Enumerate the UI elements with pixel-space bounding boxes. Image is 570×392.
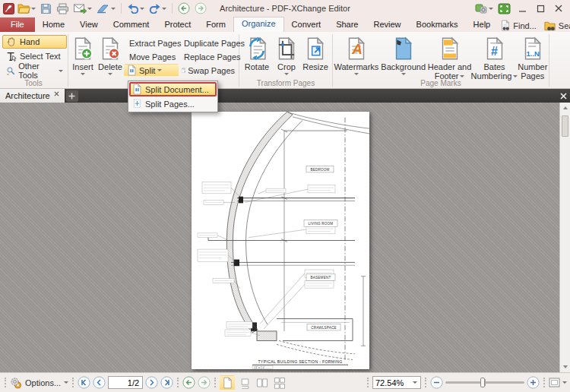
swap-pages-button[interactable]: Swap Pages [179, 64, 238, 77]
ribbon-tab-help[interactable]: Help [466, 17, 499, 32]
pane-close-button[interactable] [556, 89, 570, 103]
redo-icon [149, 3, 161, 14]
zoom-slider[interactable] [445, 381, 524, 384]
transform-pages-group: Rotate Crop Resize Transform Pages [240, 32, 331, 88]
close-icon [554, 4, 563, 13]
split-document-icon [132, 84, 142, 95]
transform-group-label: Transform Pages [240, 79, 331, 87]
fullscreen-button[interactable] [496, 2, 512, 15]
next-page-button[interactable] [145, 376, 158, 389]
room-label-living-room: LIVING ROOM [309, 222, 334, 226]
layout-two-up-button[interactable] [255, 375, 270, 390]
ribbon-tab-file[interactable]: File [0, 17, 35, 32]
move-pages-button[interactable]: Move Pages [124, 50, 179, 63]
page-number-input[interactable] [108, 376, 143, 389]
find-button[interactable]: Find... [498, 19, 539, 32]
ribbon-tab-review[interactable]: Review [366, 17, 408, 32]
header-footer-icon [439, 36, 461, 61]
ribbon-tab-organize[interactable]: Organize [233, 17, 284, 32]
find-icon [500, 20, 511, 31]
crop-button[interactable]: Crop [273, 35, 300, 75]
minimize-button[interactable] [514, 2, 530, 14]
layout-continuous-button[interactable] [237, 375, 252, 390]
zoom-slider-handle[interactable] [480, 378, 485, 387]
scroll-thumb[interactable] [562, 115, 568, 137]
document-area[interactable]: BEDROOM LIVING ROOM BASEMENT CRAWLSPACE … [0, 103, 570, 372]
ribbon: Hand Select Text Other Tools Tools [0, 32, 570, 89]
open-button[interactable] [16, 2, 37, 14]
resize-button[interactable]: Resize [302, 35, 329, 75]
room-label-crawlspace: CRAWLSPACE [311, 326, 337, 330]
tools-icon [6, 65, 15, 77]
rotate-button[interactable]: Rotate [242, 35, 271, 75]
redo-button[interactable] [147, 2, 168, 14]
ui-options-button[interactable] [473, 2, 495, 14]
history-forward-button[interactable] [198, 376, 211, 389]
history-back-button[interactable] [182, 376, 195, 389]
ribbon-tab-comment[interactable]: Comment [106, 17, 157, 32]
options-button[interactable]: Options... [10, 377, 68, 389]
header-footer-button[interactable]: Header and Footer [428, 35, 472, 81]
prev-page-button[interactable] [93, 376, 106, 389]
ribbon-tab-convert[interactable]: Convert [284, 17, 329, 32]
export-button[interactable] [95, 3, 117, 14]
zoom-in-button[interactable] [527, 376, 540, 389]
open-folder-icon [17, 3, 30, 14]
menu-item-split-pages[interactable]: Split Pages... [129, 96, 217, 111]
layout-single-page-button[interactable] [220, 375, 235, 390]
extract-pages-button[interactable]: Extract Pages [124, 36, 179, 49]
zoom-out-button[interactable] [430, 376, 443, 389]
fit-page-button[interactable] [549, 378, 567, 387]
hand-icon [6, 36, 17, 48]
email-button[interactable] [72, 3, 93, 14]
hand-tool-button[interactable]: Hand [2, 35, 67, 49]
tab-close-icon[interactable] [54, 91, 59, 96]
zoom-level-select[interactable] [372, 376, 421, 389]
ribbon-tab-form[interactable]: Form [198, 17, 233, 32]
room-label-bedroom: BEDROOM [310, 168, 329, 172]
scroll-down-button[interactable] [560, 362, 570, 372]
document-tab[interactable]: Architecture [0, 89, 65, 103]
close-button[interactable] [550, 2, 567, 14]
first-page-button[interactable] [78, 376, 90, 389]
zoom-dropdown-icon[interactable] [413, 381, 417, 384]
svg-text:#: # [490, 45, 497, 58]
ribbon-tab-protect[interactable]: Protect [157, 17, 198, 32]
select-text-icon [6, 51, 17, 62]
nav-back-button[interactable] [176, 2, 192, 15]
nav-forward-button[interactable] [193, 2, 208, 15]
number-pages-button[interactable]: 1..N Number Pages [518, 35, 549, 81]
ribbon-tab-view[interactable]: View [72, 17, 106, 32]
maximize-button[interactable] [532, 2, 549, 14]
plus-icon [68, 93, 75, 100]
vertical-scrollbar[interactable] [559, 103, 570, 372]
document-page[interactable]: BEDROOM LIVING ROOM BASEMENT CRAWLSPACE … [192, 112, 369, 369]
tools-group: Hand Select Text Other Tools Tools [0, 32, 67, 88]
watermarks-button[interactable]: A Watermarks [334, 35, 379, 81]
other-tools-button[interactable]: Other Tools [2, 64, 67, 77]
split-button[interactable]: Split [124, 64, 179, 77]
bates-numbering-button[interactable]: # Bates Numbering [473, 35, 516, 81]
replace-pages-button[interactable]: Replace Pages [179, 50, 238, 63]
new-tab-button[interactable] [66, 90, 78, 102]
insert-button[interactable]: Insert [69, 35, 97, 77]
split-menu: Split Document... Split Pages... [128, 81, 218, 112]
ribbon-tab-home[interactable]: Home [35, 17, 72, 32]
delete-button[interactable]: Delete [97, 35, 124, 77]
menu-item-split-document[interactable]: Split Document... [129, 82, 217, 96]
status-bar: Options... [0, 372, 570, 392]
layout-two-up-continuous-button[interactable] [272, 375, 287, 390]
duplicate-pages-button[interactable]: Duplicate Pages [179, 36, 238, 49]
undo-button[interactable] [125, 2, 146, 14]
scroll-up-button[interactable] [560, 103, 570, 113]
background-button[interactable]: Background [381, 35, 426, 81]
fullscreen-icon [498, 3, 511, 14]
zoom-input[interactable] [373, 378, 410, 387]
delete-page-icon [100, 36, 121, 61]
print-button[interactable] [55, 2, 71, 15]
save-button[interactable] [39, 2, 53, 15]
ribbon-tab-share[interactable]: Share [328, 17, 366, 32]
search-button[interactable]: Search... [542, 20, 570, 32]
ribbon-tab-bookmarks[interactable]: Bookmarks [409, 17, 466, 32]
last-page-button[interactable] [160, 376, 173, 389]
